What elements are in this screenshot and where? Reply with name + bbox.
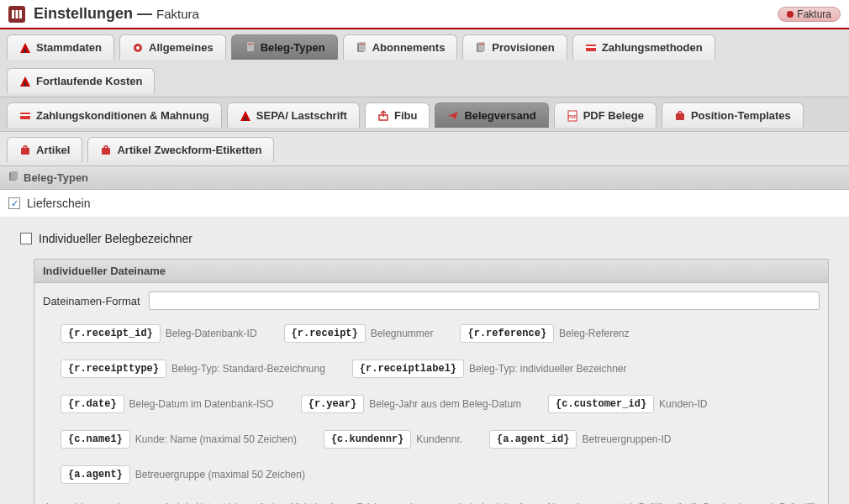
tab-belegversand[interactable]: Belegversand [435, 102, 548, 128]
token-code: {r.receipttype} [61, 360, 166, 378]
svg-rect-0 [12, 10, 14, 18]
svg-rect-28 [21, 148, 29, 155]
row-indiv-bezeichner[interactable]: Individueller Belegbezeichner [20, 228, 829, 254]
doc-icon [244, 42, 256, 54]
token-desc: Beleg-Datenbank-ID [166, 328, 257, 339]
svg-rect-1 [16, 10, 18, 18]
tabs-row-2: Zahlungskonditionen & MahnungSEPA/ Lasts… [0, 97, 849, 132]
tab-provisionen[interactable]: Provisionen [462, 34, 567, 60]
token-code: {c.kundennr} [324, 430, 411, 449]
tab-label: Allgemeines [149, 41, 214, 54]
tab-label: Artikel [36, 144, 70, 156]
svg-point-6 [136, 46, 140, 50]
tab-position-templates[interactable]: Position-Templates [662, 102, 804, 128]
faktura-badge[interactable]: Faktura [778, 7, 841, 22]
tab-artikel[interactable]: Artikel [7, 137, 82, 162]
topbar: Einstellungen — Faktura Faktura [0, 0, 849, 29]
svg-rect-23 [245, 117, 246, 121]
token-item[interactable]: {r.reference}Beleg-Referenz [451, 320, 638, 347]
token-desc: Kundennr. [416, 433, 462, 445]
card-icon [585, 42, 597, 54]
bag-icon [19, 144, 31, 156]
tab-label: PDF Belege [583, 109, 644, 122]
token-desc: Beleg-Referenz [559, 328, 629, 339]
label-dateinamen-format: Dateinamen-Format [43, 295, 140, 307]
svg-rect-11 [359, 42, 366, 51]
svg-rect-14 [478, 42, 485, 51]
token-code: {r.receipt} [284, 324, 366, 343]
tab-beleg-typen[interactable]: Beleg-Typen [231, 34, 338, 60]
tab-fibu[interactable]: Fibu [365, 102, 430, 128]
bag-icon [674, 110, 686, 122]
token-item[interactable]: {r.receiptlabel}Beleg-Typ: individueller… [343, 355, 636, 382]
tab-artikel-zweckform-etiketten[interactable]: Artikel Zweckform-Etiketten [87, 137, 274, 162]
export-icon [377, 110, 389, 122]
svg-rect-29 [102, 148, 110, 155]
tab-stammdaten[interactable]: Stammdaten [7, 34, 114, 60]
tab-sepa-lastschrift[interactable]: SEPA/ Lastschrift [227, 102, 360, 128]
tab-label: Abonnements [372, 41, 446, 54]
token-code: {c.name1} [61, 430, 130, 449]
token-desc: Beleg-Typ: Standard-Bezeichnung [171, 363, 325, 375]
svg-rect-19 [24, 82, 26, 87]
svg-text:PDF: PDF [568, 114, 577, 119]
token-item[interactable]: {a.agent}Betreuergruppe (maximal 50 Zeic… [51, 461, 314, 488]
checkbox-indiv-bezeichner[interactable] [20, 233, 32, 244]
token-item[interactable]: {r.date}Beleg-Datum im Datenbank-ISO [51, 391, 283, 417]
send-icon [447, 110, 459, 122]
token-item[interactable]: {c.kundennr}Kundennr. [314, 426, 472, 453]
svg-rect-15 [479, 44, 484, 45]
doc-icon [356, 42, 367, 54]
stammdaten-icon [19, 42, 31, 54]
tab-label: Stammdaten [36, 41, 102, 54]
token-desc: Beleg-Datum im Datenbank-ISO [129, 398, 274, 410]
tab-zahlungskonditionen-mahnung[interactable]: Zahlungskonditionen & Mahnung [7, 102, 222, 128]
tab-label: Beleg-Typen [261, 41, 325, 54]
tab-fortlaufende-kosten[interactable]: Fortlaufende Kosten [7, 68, 155, 93]
stammdaten-icon [240, 110, 251, 122]
panel-dateiname-header: Individueller Dateiname [34, 260, 828, 283]
svg-rect-21 [20, 114, 30, 116]
token-item[interactable]: {a.agent_id}Betreuergruppen-ID [480, 426, 680, 453]
token-item[interactable]: {r.receipt}Belegnummer [275, 320, 443, 347]
svg-rect-17 [586, 46, 596, 48]
tab-pdf-belege[interactable]: PDFPDF Belege [554, 102, 657, 128]
token-code: {r.year} [301, 395, 365, 413]
token-item[interactable]: {c.name1}Kunde: Name (maximal 50 Zeichen… [51, 426, 306, 453]
svg-rect-9 [248, 44, 253, 45]
stammdaten-icon [19, 76, 31, 87]
item-lieferschein[interactable]: ✓ Lieferschein [0, 190, 849, 217]
faktura-dot-icon [787, 11, 794, 18]
card-icon [19, 110, 31, 122]
section-bar: Beleg-Typen [0, 166, 849, 190]
token-desc: Belegnummer [371, 328, 434, 339]
token-item[interactable]: {c.customer_id}Kunden-ID [539, 391, 716, 417]
body-area: Individueller Belegbezeichner Individuel… [0, 217, 849, 504]
tab-label: Belegversand [464, 109, 535, 122]
token-item[interactable]: {r.year}Beleg-Jahr aus dem Beleg-Datum [292, 391, 530, 417]
token-desc: Beleg-Typ: individueller Bezeichner [469, 363, 626, 375]
doc-icon [475, 42, 487, 54]
tab-abonnements[interactable]: Abonnements [343, 34, 458, 60]
app-icon [8, 6, 25, 23]
token-code: {a.agent_id} [489, 430, 577, 449]
tabs-row-3: ArtikelArtikel Zweckform-Etiketten [0, 132, 849, 166]
token-item[interactable]: {r.receipt_id}Beleg-Datenbank-ID [51, 320, 266, 347]
input-dateinamen-format[interactable] [149, 291, 820, 310]
token-code: {c.customer_id} [548, 395, 654, 413]
svg-rect-2 [19, 10, 22, 18]
tab-zahlungsmethoden[interactable]: Zahlungsmethoden [572, 34, 715, 60]
tab-allgemeines[interactable]: Allgemeines [119, 34, 226, 60]
tab-label: Provisionen [492, 41, 554, 54]
tab-label: Artikel Zweckform-Etiketten [117, 144, 261, 156]
checkbox-lieferschein[interactable]: ✓ [8, 197, 20, 209]
doc-icon [8, 171, 18, 184]
token-area: {r.receipt_id}Beleg-Datenbank-ID{r.recei… [43, 317, 820, 488]
token-desc: Betreuergruppe (maximal 50 Zeichen) [135, 469, 305, 480]
tabs-row-1: StammdatenAllgemeinesBeleg-TypenAbonneme… [0, 29, 849, 97]
token-item[interactable]: {r.receipttype}Beleg-Typ: Standard-Bezei… [51, 355, 335, 382]
token-code: {r.receiptlabel} [352, 360, 464, 378]
svg-rect-8 [247, 42, 254, 51]
token-desc: Kunden-ID [659, 398, 707, 410]
tab-label: Zahlungsmethoden [602, 41, 703, 54]
